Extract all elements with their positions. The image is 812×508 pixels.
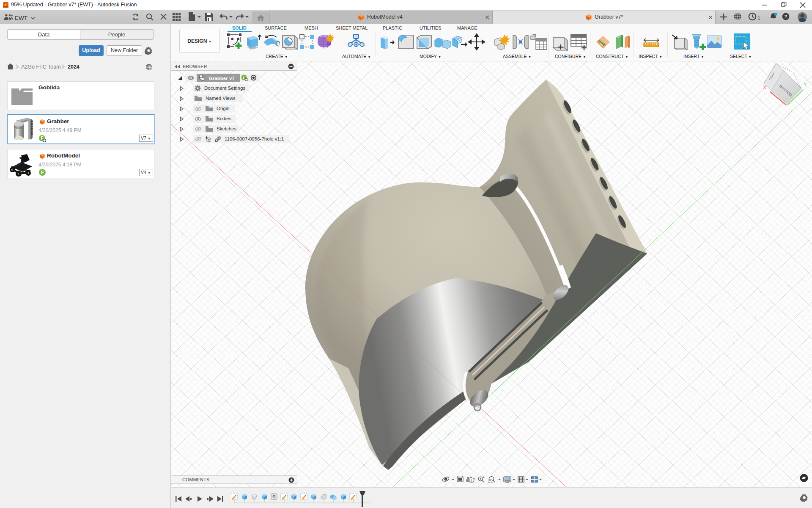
svg-text:?: ? <box>784 14 787 19</box>
svg-text:F: F <box>41 170 44 175</box>
svg-text:Y: Y <box>804 82 807 88</box>
svg-text:F: F <box>243 76 245 80</box>
svg-text:F: F <box>5 3 7 7</box>
svg-text:X: X <box>763 85 766 91</box>
